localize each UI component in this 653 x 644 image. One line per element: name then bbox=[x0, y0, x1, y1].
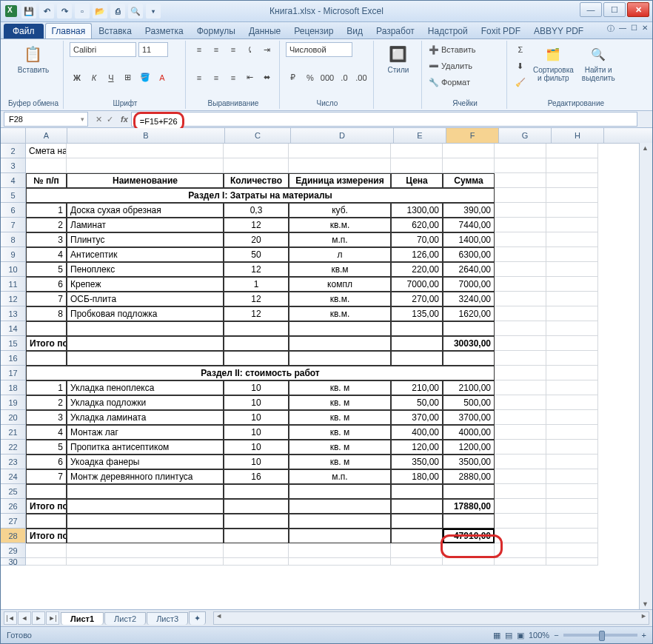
cell[interactable] bbox=[443, 144, 495, 158]
cell[interactable]: Укладка ламината bbox=[67, 410, 224, 425]
cell[interactable]: 4 bbox=[26, 247, 67, 262]
sheet-tab-1[interactable]: Лист1 bbox=[61, 612, 104, 625]
cell[interactable]: Крепеж bbox=[67, 277, 224, 292]
align-middle-icon[interactable]: ≡ bbox=[209, 42, 224, 57]
cell[interactable] bbox=[67, 336, 224, 351]
cell[interactable] bbox=[391, 499, 443, 514]
border-button[interactable]: ⊞ bbox=[121, 70, 135, 85]
cell[interactable] bbox=[391, 514, 443, 529]
cell[interactable]: 350,00 bbox=[391, 455, 443, 469]
cell[interactable] bbox=[546, 543, 598, 558]
open-icon[interactable]: 📂 bbox=[93, 4, 107, 19]
cell[interactable] bbox=[495, 366, 546, 380]
view-normal-icon[interactable]: ▦ bbox=[493, 631, 500, 640]
cell[interactable]: 210,00 bbox=[391, 380, 443, 395]
cell[interactable]: 390,00 bbox=[443, 203, 495, 218]
cell[interactable]: 1 bbox=[26, 203, 67, 218]
cell[interactable] bbox=[495, 351, 546, 366]
row-header[interactable]: 7 bbox=[1, 218, 26, 232]
row-header[interactable]: 16 bbox=[1, 351, 26, 366]
cell[interactable] bbox=[391, 484, 443, 499]
cell[interactable]: кв. м bbox=[289, 380, 391, 395]
vertical-scrollbar[interactable] bbox=[639, 143, 652, 609]
row-header[interactable]: 3 bbox=[1, 158, 26, 173]
tab-data[interactable]: Данные bbox=[242, 23, 287, 38]
cell[interactable] bbox=[289, 514, 391, 529]
col-header-d[interactable]: D bbox=[291, 128, 394, 143]
cell[interactable]: Раздел I: Затраты на материалы bbox=[26, 188, 495, 203]
cell[interactable] bbox=[443, 514, 495, 529]
cell[interactable]: 16 bbox=[224, 469, 289, 484]
cell[interactable] bbox=[495, 484, 546, 499]
cell[interactable] bbox=[495, 158, 546, 173]
cell[interactable]: 3 bbox=[26, 232, 67, 247]
cell[interactable]: кв. м bbox=[289, 455, 391, 469]
fill-icon[interactable]: ⬇ bbox=[513, 58, 528, 73]
cell[interactable] bbox=[289, 484, 391, 499]
cell[interactable] bbox=[224, 529, 289, 543]
cell[interactable]: 47910,00 bbox=[443, 529, 495, 543]
merge-icon[interactable]: ⬌ bbox=[260, 70, 275, 85]
cell[interactable] bbox=[495, 380, 546, 395]
row-header[interactable]: 6 bbox=[1, 203, 26, 218]
cell[interactable] bbox=[289, 351, 391, 366]
cell[interactable] bbox=[495, 321, 546, 336]
cell[interactable] bbox=[546, 529, 598, 543]
cell[interactable] bbox=[546, 558, 598, 566]
tab-home[interactable]: Главная bbox=[45, 23, 93, 38]
sheet-tab-2[interactable]: Лист2 bbox=[104, 612, 146, 625]
cell[interactable] bbox=[546, 218, 598, 232]
cell[interactable]: 50 bbox=[224, 247, 289, 262]
sort-filter-button[interactable]: 🗂️ Сортировка и фильтр bbox=[530, 42, 577, 84]
cell[interactable] bbox=[391, 144, 443, 158]
cell[interactable]: кв.м. bbox=[289, 306, 391, 321]
cell[interactable]: 620,00 bbox=[391, 218, 443, 232]
cell[interactable] bbox=[546, 469, 598, 484]
cell[interactable]: Количество bbox=[224, 173, 289, 188]
font-color-button[interactable]: A bbox=[155, 70, 170, 85]
col-header-e[interactable]: E bbox=[394, 128, 446, 143]
cell[interactable]: 70,00 bbox=[391, 232, 443, 247]
cell[interactable]: Доска сухая обрезная bbox=[67, 203, 224, 218]
cell[interactable] bbox=[546, 321, 598, 336]
cell[interactable]: Ламинат bbox=[67, 218, 224, 232]
row-header[interactable]: 5 bbox=[1, 188, 26, 203]
cell[interactable]: Наименование bbox=[67, 173, 224, 188]
clear-icon[interactable]: 🧹 bbox=[513, 75, 528, 90]
row-header[interactable]: 26 bbox=[1, 499, 26, 514]
autosum-icon[interactable]: Σ bbox=[513, 42, 528, 57]
cell[interactable]: кв. м bbox=[289, 410, 391, 425]
currency-icon[interactable]: ₽ bbox=[286, 70, 301, 85]
inc-decimal-icon[interactable]: .0 bbox=[337, 70, 352, 85]
zoom-out-button[interactable]: − bbox=[554, 631, 558, 640]
cell[interactable]: Раздел II: стоимость работ bbox=[26, 366, 495, 380]
cell[interactable] bbox=[495, 277, 546, 292]
align-center-icon[interactable]: ≡ bbox=[209, 70, 224, 85]
cell[interactable]: Монтж деревянного плинтуса bbox=[67, 469, 224, 484]
row-header[interactable]: 22 bbox=[1, 440, 26, 455]
cell[interactable]: 135,00 bbox=[391, 306, 443, 321]
row-header[interactable]: 30 bbox=[1, 558, 26, 566]
cell[interactable]: 3 bbox=[26, 410, 67, 425]
row-header[interactable]: 24 bbox=[1, 469, 26, 484]
cell[interactable] bbox=[289, 499, 391, 514]
cell[interactable] bbox=[495, 543, 546, 558]
cell[interactable]: 2 bbox=[26, 218, 67, 232]
cell[interactable] bbox=[67, 558, 224, 566]
cell[interactable]: 7440,00 bbox=[443, 218, 495, 232]
view-break-icon[interactable]: ▣ bbox=[517, 631, 524, 640]
cell[interactable] bbox=[546, 514, 598, 529]
cell[interactable]: 12 bbox=[224, 292, 289, 306]
doc-minimize-icon[interactable]: — bbox=[619, 24, 626, 34]
close-button[interactable]: ✕ bbox=[627, 2, 649, 17]
ribbon-minimize-icon[interactable]: ⓘ bbox=[607, 24, 615, 34]
cell[interactable] bbox=[546, 232, 598, 247]
cell[interactable]: 5 bbox=[26, 262, 67, 277]
zoom-level[interactable]: 100% bbox=[529, 631, 549, 640]
cell[interactable]: 370,00 bbox=[391, 410, 443, 425]
font-name-combo[interactable]: Calibri bbox=[70, 42, 136, 57]
cell[interactable]: 5 bbox=[26, 440, 67, 455]
cell[interactable]: Единица измерения bbox=[289, 173, 391, 188]
cell[interactable]: Антисептик bbox=[67, 247, 224, 262]
sheet-tab-3[interactable]: Лист3 bbox=[147, 612, 188, 625]
